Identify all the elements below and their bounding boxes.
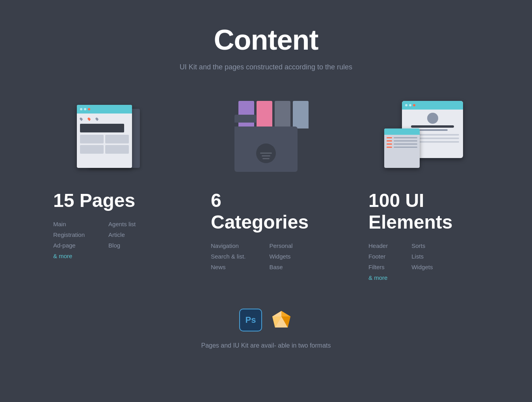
categories-col1: Navigation Search & list. News (211, 242, 246, 270)
page-title: Content (214, 24, 318, 56)
pages-item-agentslist: Agents list (108, 221, 136, 227)
pages-item-registration: Registration (53, 231, 85, 238)
ui-item-header: Header (368, 242, 388, 249)
ui-item-lists: Lists (411, 253, 433, 260)
ui-item-filters: Filters (368, 264, 388, 270)
bottom-section: Ps Pages and IU Kit are avail- able in t… (201, 309, 331, 350)
categories-list: Navigation Search & list. News Personal … (211, 242, 293, 270)
cat-item-widgets: Widgets (269, 253, 292, 260)
cat-item-search: Search & list. (211, 253, 246, 260)
pages-item-article: Article (108, 231, 136, 238)
format-icons: Ps (239, 309, 293, 331)
cat-item-navigation: Navigation (211, 242, 246, 249)
cat-item-news: News (211, 264, 246, 270)
svg-marker-4 (272, 311, 281, 316)
ui-item-widgets: Widgets (411, 264, 433, 270)
categories-illustration (211, 99, 321, 174)
cards-row: 15 Pages Main Registration Ad-page & mor… (49, 99, 483, 281)
ui-elements-illustration (368, 99, 479, 174)
pages-col2: Agents list Article Blog (108, 221, 136, 259)
pages-col1: Main Registration Ad-page & more (53, 221, 85, 259)
categories-card: 6 Categories Navigation Search & list. N… (211, 99, 321, 281)
cat-item-personal: Personal (269, 242, 292, 249)
pages-item-adpage: Ad-page (53, 242, 85, 249)
page-subtitle: UI Kit and the pages constructed accordi… (180, 63, 352, 71)
pages-item-blog: Blog (108, 242, 136, 249)
pages-more[interactable]: & more (53, 253, 85, 259)
ui-elements-card: 100 UI Elements Header Footer Filters & … (368, 99, 479, 281)
pages-illustration (53, 99, 164, 174)
ui-elements-list: Header Footer Filters & more Sorts Lists… (368, 242, 433, 281)
format-caption: Pages and IU Kit are avail- able in two … (201, 341, 331, 350)
pages-list: Main Registration Ad-page & more Agents … (53, 221, 136, 259)
photoshop-icon: Ps (239, 309, 262, 331)
ui-item-sorts: Sorts (411, 242, 433, 249)
sketch-icon (270, 309, 293, 331)
ui-col1: Header Footer Filters & more (368, 242, 388, 281)
ui-more[interactable]: & more (368, 274, 388, 281)
categories-count: 6 Categories (211, 190, 321, 233)
ps-label: Ps (246, 315, 256, 325)
pages-count: 15 Pages (53, 190, 135, 211)
ui-col2: Sorts Lists Widgets (411, 242, 433, 281)
ui-elements-count: 100 UI Elements (368, 190, 479, 233)
pages-card: 15 Pages Main Registration Ad-page & mor… (53, 99, 164, 281)
categories-col2: Personal Widgets Base (269, 242, 292, 270)
svg-marker-5 (281, 311, 290, 316)
pages-item-main: Main (53, 221, 85, 227)
ui-item-footer: Footer (368, 253, 388, 260)
cat-item-base: Base (269, 264, 292, 270)
